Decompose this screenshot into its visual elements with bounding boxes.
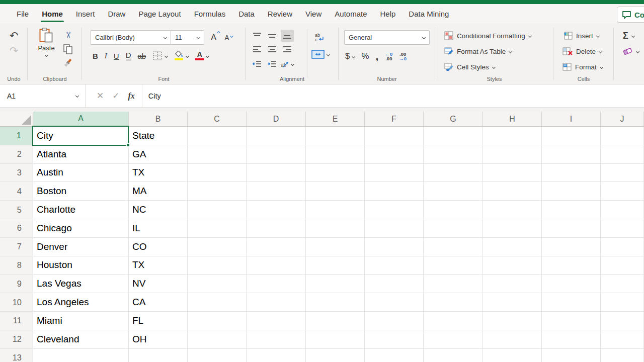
cell-J13[interactable] — [601, 349, 644, 362]
cell-C11[interactable] — [188, 312, 247, 330]
copy-button[interactable] — [63, 44, 73, 54]
cell-H9[interactable] — [483, 275, 542, 293]
cell-H13[interactable] — [483, 349, 542, 362]
col-header-B[interactable]: B — [129, 112, 188, 127]
cell-styles-button[interactable]: Cell Styles — [444, 61, 553, 72]
cell-B3[interactable]: TX — [129, 164, 188, 183]
row-header-3[interactable]: 3 — [0, 164, 33, 183]
double-underline-button[interactable]: D — [126, 51, 131, 60]
col-header-J[interactable]: J — [601, 112, 644, 127]
cell-E9[interactable] — [306, 275, 365, 293]
cell-H12[interactable] — [483, 330, 542, 349]
bold-button[interactable]: B — [93, 52, 98, 60]
cell-J12[interactable] — [601, 330, 644, 349]
cell-D1[interactable] — [247, 127, 306, 145]
increase-decimal-button[interactable]: ←0.00 — [385, 52, 392, 61]
cell-J4[interactable] — [601, 182, 644, 201]
format-painter-button[interactable] — [63, 58, 73, 67]
cell-H6[interactable] — [483, 219, 542, 238]
cell-D10[interactable] — [247, 293, 306, 312]
row-header-2[interactable]: 2 — [0, 145, 33, 164]
cell-D4[interactable] — [247, 182, 306, 201]
cell-D12[interactable] — [247, 330, 306, 349]
cell-B5[interactable]: NC — [129, 201, 188, 219]
insert-function-button[interactable]: fx — [128, 92, 135, 101]
cell-G13[interactable] — [424, 349, 483, 362]
orientation-button[interactable]: ab — [281, 58, 294, 70]
cell-B13[interactable] — [129, 349, 188, 362]
cell-B10[interactable]: CA — [129, 293, 188, 312]
top-align-button[interactable] — [251, 30, 264, 42]
format-cells-button[interactable]: Format — [562, 61, 614, 72]
cell-G2[interactable] — [424, 145, 483, 164]
tab-review[interactable]: Review — [261, 4, 299, 24]
font-size-select[interactable]: 11 — [171, 30, 204, 45]
cell-B12[interactable]: OH — [129, 330, 188, 349]
cell-H7[interactable] — [483, 238, 542, 256]
cell-A10[interactable]: Los Angeles — [33, 293, 129, 312]
cell-F4[interactable] — [365, 182, 424, 201]
redo-button[interactable]: ↷ — [10, 45, 19, 57]
bottom-align-button[interactable] — [281, 30, 294, 42]
cell-I9[interactable] — [542, 275, 601, 293]
cell-E11[interactable] — [306, 312, 365, 330]
cell-A8[interactable]: Houston — [33, 256, 129, 275]
cell-A4[interactable]: Boston — [33, 182, 129, 201]
cell-G4[interactable] — [424, 182, 483, 201]
underline-button[interactable]: U — [114, 52, 119, 60]
cell-C1[interactable] — [188, 127, 247, 145]
cell-C2[interactable] — [188, 145, 247, 164]
cell-J1[interactable] — [601, 127, 644, 145]
cell-G3[interactable] — [424, 164, 483, 183]
cell-D6[interactable] — [247, 219, 306, 238]
cell-B9[interactable]: NV — [129, 275, 188, 293]
cell-G6[interactable] — [424, 219, 483, 238]
row-header-1[interactable]: 1 — [0, 127, 33, 145]
cell-D3[interactable] — [247, 164, 306, 183]
cell-G10[interactable] — [424, 293, 483, 312]
cell-F6[interactable] — [365, 219, 424, 238]
cell-B8[interactable]: TX — [129, 256, 188, 275]
cell-B1[interactable]: State — [129, 127, 188, 145]
row-header-4[interactable]: 4 — [0, 182, 33, 201]
cell-D11[interactable] — [247, 312, 306, 330]
cell-F12[interactable] — [365, 330, 424, 349]
col-header-D[interactable]: D — [247, 112, 306, 127]
cell-H3[interactable] — [483, 164, 542, 183]
enter-button[interactable]: ✓ — [112, 90, 119, 101]
cell-C3[interactable] — [188, 164, 247, 183]
cell-F9[interactable] — [365, 275, 424, 293]
row-header-13[interactable]: 13 — [0, 349, 33, 362]
cell-F7[interactable] — [365, 238, 424, 256]
decrease-indent-button[interactable] — [251, 58, 264, 70]
cell-J10[interactable] — [601, 293, 644, 312]
tab-formulas[interactable]: Formulas — [188, 4, 232, 24]
strikethrough-button[interactable]: ab — [138, 52, 146, 60]
cell-G1[interactable] — [424, 127, 483, 145]
tab-automate[interactable]: Automate — [328, 4, 373, 24]
format-as-table-button[interactable]: Format As Table — [444, 46, 553, 57]
cell-B4[interactable]: MA — [129, 182, 188, 201]
fill-color-button[interactable] — [174, 51, 189, 60]
cell-I12[interactable] — [542, 330, 601, 349]
col-header-F[interactable]: F — [365, 112, 424, 127]
cell-C6[interactable] — [188, 219, 247, 238]
clear-button[interactable] — [623, 46, 644, 57]
cancel-button[interactable]: ✕ — [97, 90, 104, 101]
col-header-A[interactable]: A — [33, 112, 129, 127]
insert-cells-button[interactable]: Insert — [562, 30, 614, 41]
tab-data[interactable]: Data — [232, 4, 261, 24]
cell-E7[interactable] — [306, 238, 365, 256]
number-format-select[interactable]: General — [344, 30, 430, 45]
conditional-formatting-button[interactable]: Conditional Formatting — [444, 30, 553, 41]
cell-H5[interactable] — [483, 201, 542, 219]
cell-I8[interactable] — [542, 256, 601, 275]
cell-E4[interactable] — [306, 182, 365, 201]
increase-indent-button[interactable] — [266, 58, 279, 70]
cell-J6[interactable] — [601, 219, 644, 238]
cell-I13[interactable] — [542, 349, 601, 362]
cell-J5[interactable] — [601, 201, 644, 219]
cell-C4[interactable] — [188, 182, 247, 201]
cell-A7[interactable]: Denver — [33, 238, 129, 256]
cell-D7[interactable] — [247, 238, 306, 256]
